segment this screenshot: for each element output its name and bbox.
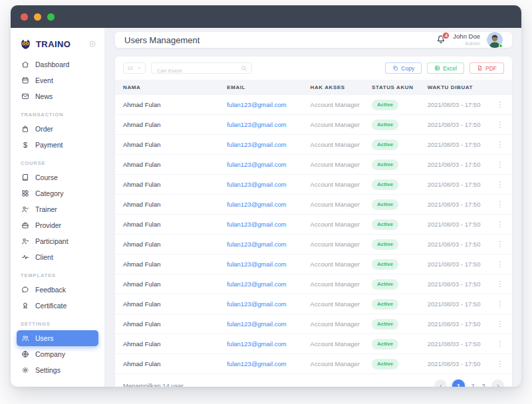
cell-actions: ⋮ — [488, 294, 512, 314]
email-link[interactable]: fulan123@gmail.com — [227, 161, 286, 168]
sidebar-item-label: Settings — [35, 366, 61, 374]
sidebar-item-feedback[interactable]: Feedback — [17, 282, 98, 298]
email-link[interactable]: fulan123@gmail.com — [227, 241, 286, 248]
row-menu-button[interactable]: ⋮ — [495, 120, 505, 128]
row-menu-button[interactable]: ⋮ — [495, 340, 505, 348]
sidebar-item-event[interactable]: Event — [17, 72, 98, 88]
notifications-button[interactable]: 4 — [436, 35, 446, 45]
row-menu-button[interactable]: ⋮ — [495, 240, 505, 248]
cell-email: fulan123@gmail.com — [220, 155, 303, 175]
table-row: Ahmad Fulanfulan123@gmail.comAccount Man… — [115, 135, 512, 155]
cell-email: fulan123@gmail.com — [220, 95, 303, 115]
sidebar-item-news[interactable]: News — [17, 88, 98, 104]
pdf-button[interactable]: PDF — [469, 62, 504, 74]
sidebar-item-label: Certificate — [35, 302, 66, 310]
email-link[interactable]: fulan123@gmail.com — [227, 360, 286, 367]
table-header: NAMAEMAILHAK AKSESSTATUS AKUNWAKTU DIBUA… — [115, 80, 512, 95]
users-icon — [21, 334, 29, 342]
pagination-next-button[interactable] — [491, 379, 504, 387]
sidebar-collapse-icon[interactable] — [88, 40, 96, 48]
export-button-label: Excel — [443, 65, 457, 72]
email-link[interactable]: fulan123@gmail.com — [227, 201, 286, 208]
close-window-button[interactable] — [21, 13, 28, 21]
sidebar-item-trainer[interactable]: Trainer — [17, 201, 98, 217]
cell-email: fulan123@gmail.com — [220, 135, 303, 155]
row-menu-button[interactable]: ⋮ — [495, 200, 505, 208]
email-link[interactable]: fulan123@gmail.com — [227, 221, 286, 228]
sidebar-item-dashboard[interactable]: Dashboard — [17, 56, 98, 72]
row-menu-button[interactable]: ⋮ — [495, 100, 505, 108]
cell-nama: Ahmad Fulan — [115, 235, 220, 254]
sidebar-item-company[interactable]: Company — [17, 346, 98, 362]
excel-button[interactable]: Excel — [427, 62, 464, 74]
nav-section-label: TEMPLATES — [21, 272, 94, 278]
cell-waktu-dibuat: 2021/08/03 - 17:50 — [421, 215, 488, 235]
cell-waktu-dibuat: 2021/08/03 - 17:50 — [421, 314, 488, 334]
page-size-select[interactable]: 10 — [123, 62, 146, 74]
table-row: Ahmad Fulanfulan123@gmail.comAccount Man… — [115, 175, 512, 195]
cell-nama: Ahmad Fulan — [115, 175, 220, 195]
email-link[interactable]: fulan123@gmail.com — [227, 141, 286, 148]
email-link[interactable]: fulan123@gmail.com — [227, 260, 286, 268]
cell-waktu-dibuat: 2021/08/03 - 17:50 — [421, 135, 488, 155]
copy-button[interactable]: Copy — [385, 62, 422, 74]
sidebar-item-order[interactable]: Order — [17, 121, 98, 137]
email-link[interactable]: fulan123@gmail.com — [227, 121, 286, 128]
sidebar-item-certificate[interactable]: Certificate — [17, 298, 98, 314]
sidebar-item-course[interactable]: Course — [17, 169, 98, 185]
cell-email: fulan123@gmail.com — [220, 314, 303, 334]
sidebar-item-users[interactable]: Users — [17, 330, 98, 346]
pagination-page-3[interactable]: 3 — [481, 383, 486, 387]
cell-status: Active — [365, 334, 421, 354]
sidebar-item-category[interactable]: Category — [17, 185, 98, 201]
cell-status: Active — [365, 235, 421, 254]
row-menu-button[interactable]: ⋮ — [495, 280, 505, 288]
row-menu-button[interactable]: ⋮ — [495, 320, 505, 328]
email-link[interactable]: fulan123@gmail.com — [227, 340, 286, 348]
cell-actions: ⋮ — [488, 135, 512, 155]
cell-waktu-dibuat: 2021/08/03 - 17:50 — [421, 294, 488, 314]
search-input[interactable] — [152, 66, 251, 76]
pagination-prev-button[interactable] — [434, 379, 447, 387]
sidebar-item-client[interactable]: Client — [17, 249, 98, 265]
status-badge: Active — [372, 179, 398, 190]
email-link[interactable]: fulan123@gmail.com — [227, 280, 286, 288]
cell-email: fulan123@gmail.com — [220, 334, 303, 354]
sidebar-item-provider[interactable]: Provider — [17, 217, 98, 233]
row-menu-button[interactable]: ⋮ — [495, 359, 505, 367]
zoom-window-button[interactable] — [47, 13, 55, 21]
status-badge: Active — [372, 319, 398, 330]
cell-actions: ⋮ — [488, 155, 512, 175]
email-link[interactable]: fulan123@gmail.com — [227, 181, 286, 188]
cell-hak-akses: Account Manager — [304, 135, 366, 155]
cell-actions: ⋮ — [488, 175, 512, 195]
row-menu-button[interactable]: ⋮ — [495, 160, 505, 168]
cell-nama: Ahmad Fulan — [115, 274, 220, 294]
pagination-page-2[interactable]: 2 — [470, 383, 475, 387]
table-body: Ahmad Fulanfulan123@gmail.comAccount Man… — [115, 95, 512, 374]
user-avatar[interactable] — [487, 32, 503, 48]
pagination-page-1[interactable]: 1 — [452, 379, 465, 387]
cell-actions: ⋮ — [488, 254, 512, 274]
table-row: Ahmad Fulanfulan123@gmail.comAccount Man… — [115, 274, 512, 294]
row-menu-button[interactable]: ⋮ — [495, 180, 505, 188]
sidebar-item-participant[interactable]: Participant — [17, 233, 98, 249]
status-badge: Active — [372, 159, 398, 170]
email-link[interactable]: fulan123@gmail.com — [227, 300, 286, 308]
sidebar-item-payment[interactable]: $Payment — [17, 137, 98, 153]
row-menu-button[interactable]: ⋮ — [495, 300, 505, 308]
email-link[interactable]: fulan123@gmail.com — [227, 101, 286, 108]
row-menu-button[interactable]: ⋮ — [495, 220, 505, 228]
cell-waktu-dibuat: 2021/08/03 - 17:50 — [421, 254, 488, 274]
sidebar-item-settings[interactable]: Settings — [17, 362, 98, 378]
cell-hak-akses: Account Manager — [304, 195, 366, 215]
email-link[interactable]: fulan123@gmail.com — [227, 320, 286, 328]
minimize-window-button[interactable] — [34, 13, 41, 21]
cell-hak-akses: Account Manager — [304, 294, 366, 314]
row-menu-button[interactable]: ⋮ — [495, 260, 505, 268]
cell-hak-akses: Account Manager — [304, 354, 366, 374]
sidebar-item-label: Users — [35, 334, 53, 342]
sidebar-item-label: Dashboard — [35, 60, 69, 68]
column-header-actions — [488, 80, 512, 95]
row-menu-button[interactable]: ⋮ — [495, 140, 505, 148]
